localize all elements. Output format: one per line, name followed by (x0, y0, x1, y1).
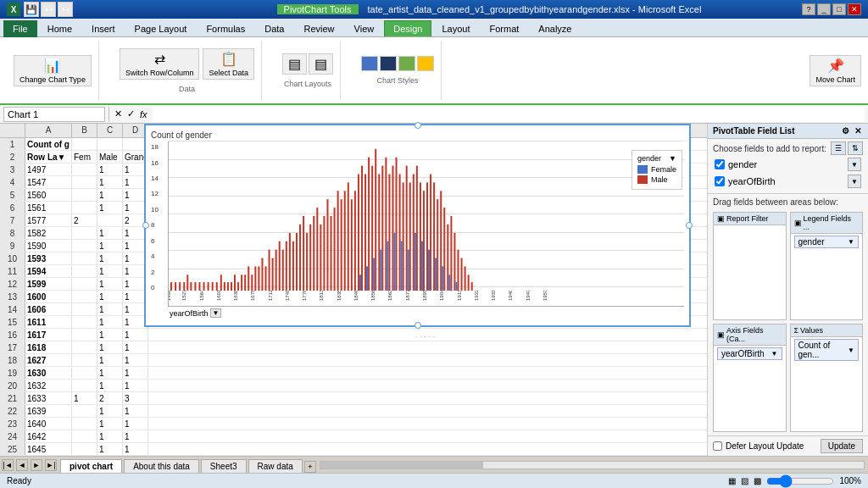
zoom-slider[interactable] (766, 477, 834, 485)
chart-style-4[interactable] (417, 56, 434, 71)
page-break-view-btn[interactable]: ▩ (754, 476, 761, 485)
cell-C[interactable]: 1 (97, 303, 123, 315)
sheet-tab-about[interactable]: About this data (124, 459, 199, 473)
cell-C[interactable]: 1 (97, 240, 123, 252)
redo-icon[interactable]: ↪ (58, 2, 73, 17)
cell-B[interactable] (72, 405, 97, 417)
scrollbar-track[interactable] (320, 461, 865, 469)
pivot-field-yearofbirth-checkbox[interactable] (715, 176, 725, 186)
pivot-field-yearofbirth-dropdown[interactable]: ▼ (848, 175, 861, 188)
cell-B[interactable] (72, 303, 97, 315)
cell-C[interactable]: 1 (97, 176, 123, 188)
resize-handle-bottom[interactable] (415, 322, 421, 329)
cell-D[interactable]: 1 (123, 430, 148, 442)
cell-C[interactable]: 1 (97, 430, 123, 442)
cell-A[interactable]: 1599 (25, 278, 72, 290)
cell-A[interactable]: 1642 (25, 430, 72, 442)
tab-design[interactable]: Design (384, 20, 431, 36)
cell-B[interactable] (72, 316, 97, 328)
change-chart-type-btn[interactable]: 📊 Change Chart Type (14, 55, 92, 86)
cell-B[interactable]: 1 (72, 392, 97, 404)
cell-C[interactable]: 1 (97, 252, 123, 264)
cell-A[interactable]: 1627 (25, 354, 72, 366)
cancel-formula-icon[interactable]: ✕ (113, 108, 124, 119)
chart-layout-2-btn[interactable]: ▤ (309, 53, 333, 75)
cell-A[interactable]: 1594 (25, 265, 72, 277)
new-sheet-btn[interactable]: + (304, 461, 316, 473)
scrollbar-thumb[interactable] (320, 462, 483, 469)
cell-A[interactable]: 1590 (25, 240, 72, 252)
cell-A[interactable]: 1582 (25, 227, 72, 239)
cell-A[interactable]: 1577 (25, 214, 72, 226)
cell-B[interactable] (72, 164, 97, 175)
sheet-nav-prev[interactable]: ◄ (16, 459, 28, 471)
tab-review[interactable]: Review (294, 20, 343, 36)
cell-C[interactable] (97, 138, 123, 150)
page-layout-view-btn[interactable]: ▨ (741, 476, 748, 485)
cell-A[interactable]: 1640 (25, 418, 72, 430)
cell-B[interactable]: 2 (72, 214, 97, 226)
move-chart-btn[interactable]: 📌 Move Chart (810, 55, 861, 86)
sheet-nav-first[interactable]: |◄ (2, 459, 14, 471)
cell-A[interactable]: 1547 (25, 176, 72, 188)
pivot-panel-options-icon[interactable]: ⚙ (840, 126, 851, 136)
x-axis-filter-btn[interactable]: yearOfBirth ▼ (170, 308, 221, 318)
cell-D[interactable]: 1 (123, 354, 148, 366)
cell-C[interactable]: 1 (97, 202, 123, 214)
tab-format[interactable]: Format (480, 20, 528, 36)
chart-container[interactable]: Count of gender 0 2 4 6 8 10 12 14 16 18 (144, 124, 691, 327)
tab-file[interactable]: File (3, 20, 37, 37)
cell-C[interactable]: Male (97, 151, 123, 163)
cell-C[interactable]: 1 (97, 354, 123, 366)
tab-view[interactable]: View (345, 20, 384, 36)
name-box[interactable]: Chart 1 (3, 107, 105, 122)
cell-A[interactable]: 1600 (25, 291, 72, 302)
cell-C[interactable]: 1 (97, 418, 123, 430)
cell-A[interactable]: 1639 (25, 405, 72, 417)
cell-A[interactable]: 1632 (25, 380, 72, 391)
cell-C[interactable]: 1 (97, 380, 123, 391)
resize-handle-top[interactable] (415, 122, 421, 129)
x-axis-dropdown[interactable]: ▼ (210, 308, 222, 318)
normal-view-btn[interactable]: ▦ (728, 476, 736, 485)
tab-data[interactable]: Data (255, 20, 293, 36)
cell-C[interactable]: 1 (97, 227, 123, 239)
pivot-field-gender-checkbox[interactable] (715, 159, 725, 169)
cell-C[interactable]: 1 (97, 405, 123, 417)
cell-A[interactable]: 1618 (25, 341, 72, 353)
cell-D[interactable]: 1 (123, 367, 148, 379)
cell-C[interactable]: 1 (97, 341, 123, 353)
cell-C[interactable]: 1 (97, 278, 123, 290)
cell-A[interactable]: 1617 (25, 329, 72, 341)
cell-C[interactable]: 1 (97, 367, 123, 379)
minimize-btn[interactable]: _ (817, 3, 831, 15)
cell-D[interactable]: 1 (123, 443, 148, 455)
help-btn[interactable]: ? (802, 3, 815, 15)
cell-B[interactable] (72, 278, 97, 290)
cell-C[interactable]: 1 (97, 291, 123, 302)
defer-layout-checkbox[interactable] (713, 441, 722, 451)
cell-B[interactable] (72, 380, 97, 391)
cell-D[interactable]: 1 (123, 341, 148, 353)
insert-function-icon[interactable]: fx (138, 109, 149, 119)
cell-B[interactable] (72, 138, 97, 150)
col-header-A[interactable]: A (25, 124, 72, 137)
cell-B[interactable] (72, 354, 97, 366)
cell-B[interactable] (72, 265, 97, 277)
cell-A[interactable]: 1497 (25, 164, 72, 175)
cell-B[interactable] (72, 176, 97, 188)
cell-B[interactable] (72, 291, 97, 302)
sheet-nav-next[interactable]: ► (31, 459, 42, 471)
tab-formulas[interactable]: Formulas (197, 20, 254, 36)
cell-B[interactable] (72, 240, 97, 252)
cell-B[interactable] (72, 227, 97, 239)
cell-B[interactable] (72, 189, 97, 201)
tab-layout[interactable]: Layout (432, 20, 479, 36)
sheet-tab-raw-data[interactable]: Raw data (248, 459, 303, 473)
select-data-btn[interactable]: 📋 Select Data (203, 48, 254, 80)
pivot-area-gender-item[interactable]: gender ▼ (794, 236, 860, 248)
cell-D[interactable]: 3 (123, 392, 148, 404)
cell-D[interactable]: 1 (123, 405, 148, 417)
undo-icon[interactable]: ↩ (41, 2, 56, 17)
h-scrollbar[interactable] (316, 457, 868, 473)
